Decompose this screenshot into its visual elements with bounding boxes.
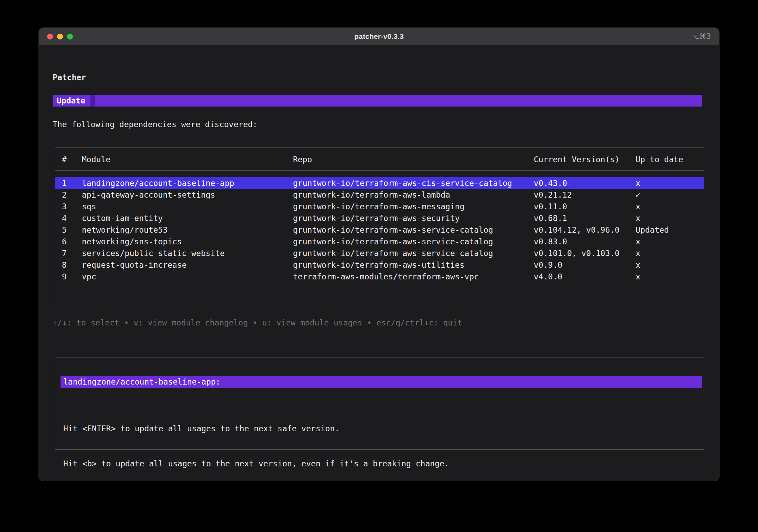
cell-module: sqs — [82, 201, 293, 212]
header-module: Module — [82, 154, 293, 165]
cell-repo: gruntwork-io/terraform-aws-service-catal… — [293, 224, 534, 236]
minimize-button[interactable] — [57, 34, 63, 40]
cell-repo: gruntwork-io/terraform-aws-cis-service-c… — [293, 177, 534, 189]
table-header-row: # Module Repo Current Version(s) Up to d… — [55, 154, 704, 165]
dependency-table: # Module Repo Current Version(s) Up to d… — [55, 147, 704, 310]
help-bar: ↑/↓: to select • v: view module changelo… — [53, 317, 462, 329]
detail-line-enter: Hit <ENTER> to update all usages to the … — [63, 423, 449, 434]
tab-bar: Update — [53, 95, 702, 107]
cell-version: v0.101.0, v0.103.0 — [534, 247, 636, 259]
cell-num: 8 — [62, 259, 82, 271]
cell-status: Updated — [636, 224, 704, 236]
cell-status: x — [636, 201, 704, 212]
header-num: # — [62, 154, 82, 165]
zoom-button[interactable] — [67, 34, 73, 40]
cell-status: x — [636, 177, 704, 189]
cell-module: api-gateway-account-settings — [82, 189, 293, 201]
cell-num: 6 — [62, 236, 82, 247]
cell-num: 2 — [62, 189, 82, 201]
cell-num: 7 — [62, 247, 82, 259]
cell-num: 4 — [62, 212, 82, 224]
intro-text: The following dependencies were discover… — [53, 119, 257, 130]
header-version: Current Version(s) — [534, 154, 636, 165]
cell-repo: gruntwork-io/terraform-aws-service-catal… — [293, 236, 534, 247]
table-rows: 1landingzone/account-baseline-appgruntwo… — [55, 177, 704, 282]
detail-instructions: Hit <ENTER> to update all usages to the … — [63, 399, 449, 481]
table-row[interactable]: 3sqsgruntwork-io/terraform-aws-messaging… — [55, 201, 704, 212]
cell-module: landingzone/account-baseline-app — [82, 177, 293, 189]
cell-version: v0.9.0 — [534, 259, 636, 271]
close-button[interactable] — [47, 34, 53, 40]
window-title: patcher-v0.3.3 — [354, 32, 404, 41]
cell-num: 9 — [62, 271, 82, 282]
cell-status: ✓ — [636, 189, 704, 201]
cell-version: v0.11.0 — [534, 201, 636, 212]
cell-version: v0.21.12 — [534, 189, 636, 201]
table-row[interactable]: 1landingzone/account-baseline-appgruntwo… — [55, 177, 704, 189]
cell-status: x — [636, 259, 704, 271]
table-row[interactable]: 8request-quota-increasegruntwork-io/terr… — [55, 259, 704, 271]
terminal-window: patcher-v0.3.3 ⌥⌘3 Patcher Update The fo… — [39, 27, 719, 481]
cell-version: v0.83.0 — [534, 236, 636, 247]
cell-module: networking/sns-topics — [82, 236, 293, 247]
cell-status: x — [636, 247, 704, 259]
table-row[interactable]: 2api-gateway-account-settingsgruntwork-i… — [55, 189, 704, 201]
terminal-content: Patcher Update The following dependencie… — [39, 45, 719, 481]
window-shortcut-hint: ⌥⌘3 — [691, 28, 711, 45]
tab-separator — [90, 95, 95, 107]
cell-module: vpc — [82, 271, 293, 282]
tab-bar-filler — [95, 95, 702, 107]
window-titlebar[interactable]: patcher-v0.3.3 ⌥⌘3 — [39, 28, 719, 45]
traffic-lights — [47, 28, 73, 45]
cell-num: 1 — [62, 177, 82, 189]
cell-num: 5 — [62, 224, 82, 236]
cell-version: v4.0.0 — [534, 271, 636, 282]
cell-version: v0.68.1 — [534, 212, 636, 224]
header-separator — [55, 170, 704, 170]
cell-repo: gruntwork-io/terraform-aws-security — [293, 212, 534, 224]
table-row[interactable]: 7services/public-static-websitegruntwork… — [55, 247, 704, 259]
detail-panel: landingzone/account-baseline-app: Hit <E… — [55, 357, 704, 450]
tab-update[interactable]: Update — [53, 95, 90, 107]
cell-status: x — [636, 212, 704, 224]
cell-repo: terraform-aws-modules/terraform-aws-vpc — [293, 271, 534, 282]
table-row[interactable]: 4custom-iam-entitygruntwork-io/terraform… — [55, 212, 704, 224]
app-heading: Patcher — [53, 71, 86, 83]
selected-module-line: landingzone/account-baseline-app: — [61, 376, 702, 388]
cell-num: 3 — [62, 201, 82, 212]
cell-version: v0.43.0 — [534, 177, 636, 189]
cell-repo: gruntwork-io/terraform-aws-lambda — [293, 189, 534, 201]
cell-module: networking/route53 — [82, 224, 293, 236]
cell-repo: gruntwork-io/terraform-aws-messaging — [293, 201, 534, 212]
cell-module: services/public-static-website — [82, 247, 293, 259]
cell-version: v0.104.12, v0.96.0 — [534, 224, 636, 236]
cell-module: custom-iam-entity — [82, 212, 293, 224]
cell-module: request-quota-increase — [82, 259, 293, 271]
table-row[interactable]: 9vpcterraform-aws-modules/terraform-aws-… — [55, 271, 704, 282]
table-row[interactable]: 5networking/route53gruntwork-io/terrafor… — [55, 224, 704, 236]
header-repo: Repo — [293, 154, 534, 165]
header-up-to-date: Up to date — [636, 154, 704, 165]
detail-line-breaking: Hit <b> to update all usages to the next… — [63, 458, 449, 469]
cell-status: x — [636, 236, 704, 247]
cell-status: x — [636, 271, 704, 282]
cell-repo: gruntwork-io/terraform-aws-service-catal… — [293, 247, 534, 259]
table-row[interactable]: 6networking/sns-topicsgruntwork-io/terra… — [55, 236, 704, 247]
cell-repo: gruntwork-io/terraform-aws-utilities — [293, 259, 534, 271]
